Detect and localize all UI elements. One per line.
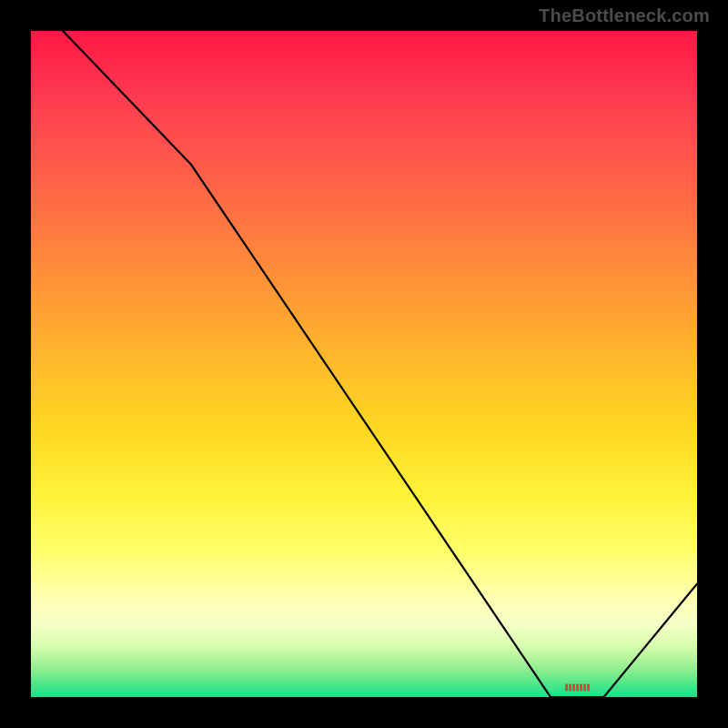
chart-stage: TheBottleneck.com [0, 0, 728, 728]
optimum-marker-label [564, 682, 590, 693]
attribution-text: TheBottleneck.com [539, 5, 710, 26]
bottleneck-curve [31, 31, 697, 697]
plot-area [31, 31, 697, 697]
